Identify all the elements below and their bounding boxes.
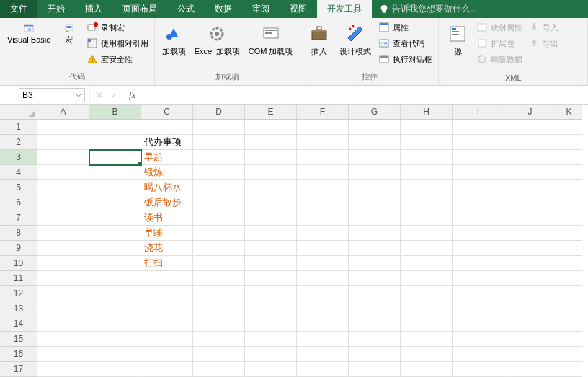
cell-J9[interactable]: [504, 241, 556, 256]
cell-G9[interactable]: [349, 241, 401, 256]
cell-E4[interactable]: [245, 165, 297, 180]
cell-E7[interactable]: [245, 210, 297, 226]
cell-B5[interactable]: [89, 180, 141, 195]
cell-C6[interactable]: 饭后散步: [141, 195, 193, 210]
cell-K16[interactable]: [556, 347, 582, 362]
fx-icon[interactable]: fx: [129, 89, 135, 101]
tab-view[interactable]: 视图: [280, 0, 317, 18]
cell-G13[interactable]: [349, 301, 401, 316]
cell-G12[interactable]: [349, 286, 401, 301]
cell-C4[interactable]: 锻炼: [141, 165, 193, 180]
cell-G1[interactable]: [349, 120, 401, 135]
cell-D12[interactable]: [193, 286, 245, 301]
cell-J17[interactable]: [504, 362, 556, 377]
cell-H9[interactable]: [401, 241, 453, 256]
cell-A9[interactable]: [37, 241, 89, 256]
cell-I6[interactable]: [453, 195, 504, 210]
cell-E15[interactable]: [245, 332, 297, 347]
cell-G4[interactable]: [349, 165, 401, 180]
relative-ref-button[interactable]: 使用相对引用: [84, 35, 151, 51]
cell-B1[interactable]: [89, 120, 141, 135]
cell-G6[interactable]: [349, 195, 401, 210]
cell-B17[interactable]: [89, 362, 141, 377]
row-header-2[interactable]: 2: [0, 135, 37, 150]
cell-F13[interactable]: [297, 301, 349, 316]
cell-F1[interactable]: [297, 120, 349, 135]
row-header-7[interactable]: 7: [0, 210, 37, 226]
cell-B3[interactable]: [89, 150, 141, 165]
cell-I9[interactable]: [453, 241, 504, 256]
cell-F4[interactable]: [297, 165, 349, 180]
cell-C5[interactable]: 喝八杯水: [141, 180, 193, 195]
cell-K4[interactable]: [556, 165, 582, 180]
cell-K12[interactable]: [556, 286, 582, 301]
cell-F11[interactable]: [297, 271, 349, 286]
cell-I15[interactable]: [453, 332, 504, 347]
cell-B16[interactable]: [89, 347, 141, 362]
cell-J2[interactable]: [504, 135, 556, 150]
cell-H13[interactable]: [401, 301, 453, 316]
col-header-E[interactable]: E: [245, 105, 297, 120]
cell-E3[interactable]: [245, 150, 297, 165]
cell-H16[interactable]: [401, 347, 453, 362]
cell-E1[interactable]: [245, 120, 297, 135]
cell-E14[interactable]: [245, 316, 297, 332]
row-header-11[interactable]: 11: [0, 271, 37, 286]
cell-G10[interactable]: [349, 256, 401, 271]
expansion-pack-button[interactable]: 扩展包: [473, 35, 525, 51]
refresh-data-button[interactable]: 刷新数据: [473, 51, 525, 67]
tab-file[interactable]: 文件: [0, 0, 37, 18]
cell-E11[interactable]: [245, 271, 297, 286]
cell-K10[interactable]: [556, 256, 582, 271]
cell-F8[interactable]: [297, 226, 349, 241]
run-dialog-button[interactable]: 执行对话框: [375, 51, 435, 67]
cell-A3[interactable]: [37, 150, 89, 165]
cell-C10[interactable]: 打扫: [141, 256, 193, 271]
cell-J16[interactable]: [504, 347, 556, 362]
cell-D11[interactable]: [193, 271, 245, 286]
col-header-G[interactable]: G: [349, 105, 401, 120]
cell-J8[interactable]: [504, 226, 556, 241]
cell-J7[interactable]: [504, 210, 556, 226]
cell-J3[interactable]: [504, 150, 556, 165]
macro-security-button[interactable]: !宏安全性: [84, 51, 151, 67]
map-properties-button[interactable]: 映射属性: [473, 19, 525, 35]
tab-developer[interactable]: 开发工具: [317, 0, 372, 18]
cell-H3[interactable]: [401, 150, 453, 165]
row-header-3[interactable]: 3: [0, 150, 37, 165]
cell-I2[interactable]: [453, 135, 504, 150]
tab-layout[interactable]: 页面布局: [112, 0, 167, 18]
cell-F15[interactable]: [297, 332, 349, 347]
cell-C9[interactable]: 浇花: [141, 241, 193, 256]
cell-B13[interactable]: [89, 301, 141, 316]
cell-B14[interactable]: [89, 316, 141, 332]
name-box[interactable]: B3: [19, 88, 85, 102]
cell-J5[interactable]: [504, 180, 556, 195]
cell-H12[interactable]: [401, 286, 453, 301]
cell-C13[interactable]: [141, 301, 193, 316]
cell-J6[interactable]: [504, 195, 556, 210]
cell-D8[interactable]: [193, 226, 245, 241]
cell-G7[interactable]: [349, 210, 401, 226]
cell-A12[interactable]: [37, 286, 89, 301]
cell-K13[interactable]: [556, 301, 582, 316]
insert-control-button[interactable]: 插入: [303, 19, 335, 59]
row-header-15[interactable]: 15: [0, 332, 37, 347]
cell-B11[interactable]: [89, 271, 141, 286]
cell-F2[interactable]: [297, 135, 349, 150]
cell-J13[interactable]: [504, 301, 556, 316]
tab-review[interactable]: 审阅: [242, 0, 280, 18]
cell-J10[interactable]: [504, 256, 556, 271]
import-button[interactable]: 导入: [525, 19, 561, 35]
visual-basic-button[interactable]: VB Visual Basic: [3, 19, 55, 48]
cell-E9[interactable]: [245, 241, 297, 256]
cell-B15[interactable]: [89, 332, 141, 347]
cell-F7[interactable]: [297, 210, 349, 226]
cell-I1[interactable]: [453, 120, 504, 135]
cell-F14[interactable]: [297, 316, 349, 332]
cell-K6[interactable]: [556, 195, 582, 210]
cell-F17[interactable]: [297, 362, 349, 377]
cell-I11[interactable]: [453, 271, 504, 286]
cell-B10[interactable]: [89, 256, 141, 271]
cell-D14[interactable]: [193, 316, 245, 332]
